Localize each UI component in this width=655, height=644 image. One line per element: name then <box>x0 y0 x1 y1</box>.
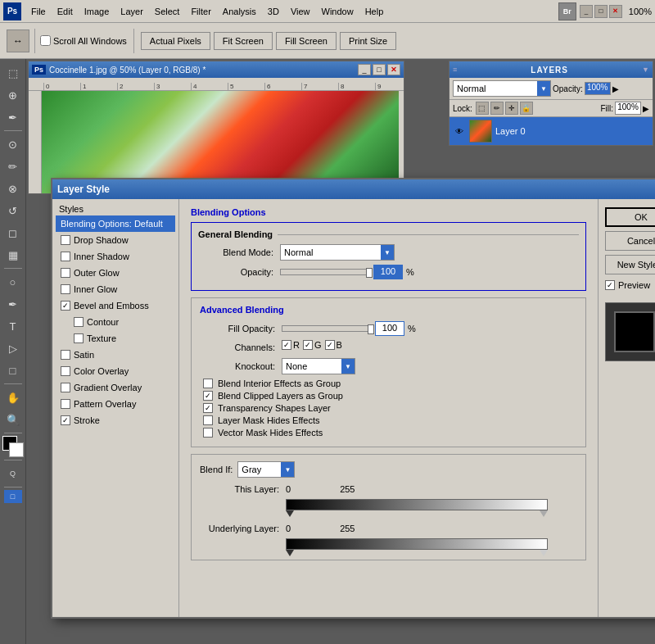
pen-tool[interactable]: ✒ <box>2 293 24 315</box>
lock-transparent[interactable]: ⬚ <box>476 102 489 115</box>
outer-glow-item[interactable]: Outer Glow <box>56 265 175 281</box>
opacity-slider-thumb[interactable] <box>366 268 373 278</box>
eyedropper-tool[interactable]: ✒ <box>2 107 24 128</box>
preview-checkbox-row[interactable]: Preview <box>605 279 655 292</box>
this-layer-left-arrow[interactable] <box>286 510 294 517</box>
channel-g[interactable]: G <box>303 340 322 350</box>
menu-window[interactable]: Window <box>317 5 359 18</box>
blending-options-item[interactable]: Blending Options: Default <box>56 215 175 232</box>
underlying-gradient-bar[interactable] <box>286 538 548 550</box>
channel-g-checkbox[interactable] <box>303 340 313 350</box>
menu-help[interactable]: Help <box>360 5 389 18</box>
texture-checkbox[interactable] <box>74 333 84 343</box>
color-overlay-checkbox[interactable] <box>61 366 70 376</box>
knockout-dropdown[interactable]: None ▼ <box>282 358 355 374</box>
inner-glow-item[interactable]: Inner Glow <box>56 281 175 297</box>
crop-tool[interactable]: ⊕ <box>2 84 24 106</box>
dodge-tool[interactable]: ○ <box>2 271 24 293</box>
bridge-icon[interactable]: Br <box>558 2 576 20</box>
satin-checkbox[interactable] <box>61 350 70 360</box>
menu-layer[interactable]: Layer <box>115 5 148 18</box>
cancel-button[interactable]: Cancel <box>605 231 655 251</box>
window-minimize[interactable]: _ <box>580 5 593 18</box>
eraser-tool[interactable]: ◻ <box>2 222 24 243</box>
lock-image[interactable]: ✏ <box>490 102 504 115</box>
fill-opacity-thumb[interactable] <box>368 324 374 334</box>
blend-mode-dropdown[interactable]: Normal ▼ <box>280 244 395 261</box>
blend-if-dropdown[interactable]: Gray ▼ <box>237 461 295 478</box>
channel-b[interactable]: B <box>325 340 342 350</box>
underlying-right-arrow[interactable] <box>540 550 548 556</box>
menu-analysis[interactable]: Analysis <box>218 5 261 18</box>
hand-tool[interactable]: ✋ <box>2 387 24 408</box>
gradient-overlay-checkbox[interactable] <box>61 383 70 392</box>
blend-mode-select[interactable]: Normal ▼ <box>453 80 551 97</box>
color-picker[interactable] <box>2 436 24 457</box>
transparency-checkbox[interactable] <box>203 403 213 413</box>
healing-tool[interactable]: ⊙ <box>2 134 24 155</box>
inner-glow-checkbox[interactable] <box>61 284 70 294</box>
stroke-item[interactable]: Stroke <box>56 412 175 429</box>
contour-item[interactable]: Contour <box>56 314 175 330</box>
type-tool[interactable]: T <box>2 315 24 337</box>
zoom-tool[interactable]: 🔍 <box>2 409 24 430</box>
clone-tool[interactable]: ⊗ <box>2 178 24 199</box>
layer-row[interactable]: 👁 Layer 0 <box>449 117 653 145</box>
outer-glow-checkbox[interactable] <box>61 268 70 278</box>
fill-opacity-track[interactable] <box>282 325 372 332</box>
bevel-emboss-item[interactable]: Bevel and Emboss <box>56 297 175 314</box>
actual-pixels-button[interactable]: Actual Pixels <box>141 32 210 50</box>
history-brush[interactable]: ↺ <box>2 200 24 221</box>
doc-close[interactable]: ✕ <box>387 64 400 75</box>
window-close[interactable]: ✕ <box>609 5 622 18</box>
bevel-emboss-checkbox[interactable] <box>61 301 70 311</box>
ok-button[interactable]: OK <box>605 207 655 227</box>
blend-interior-checkbox[interactable] <box>203 379 213 388</box>
menu-view[interactable]: View <box>286 5 315 18</box>
doc-maximize[interactable]: □ <box>373 64 386 75</box>
color-overlay-item[interactable]: Color Overlay <box>56 363 175 379</box>
drop-shadow-checkbox[interactable] <box>61 235 70 245</box>
pattern-overlay-checkbox[interactable] <box>61 399 70 409</box>
new-style-button[interactable]: New Style... <box>605 255 655 274</box>
shape-tool[interactable]: □ <box>2 360 24 381</box>
opacity-value-box[interactable]: 100 <box>373 265 403 279</box>
vector-mask-checkbox[interactable] <box>203 428 213 438</box>
background-color[interactable] <box>9 442 24 457</box>
menu-3d[interactable]: 3D <box>263 5 284 18</box>
selection-tool[interactable]: ⬚ <box>2 62 24 84</box>
lock-position[interactable]: ✛ <box>505 102 518 115</box>
blend-clipped-checkbox[interactable] <box>203 391 213 401</box>
fill-opacity-value[interactable]: 100 <box>375 321 404 336</box>
menu-image[interactable]: Image <box>79 5 115 18</box>
fill-screen-button[interactable]: Fill Screen <box>276 32 337 50</box>
layer-visibility[interactable]: 👁 <box>453 125 466 138</box>
lock-all[interactable]: 🔒 <box>520 102 533 115</box>
inner-shadow-checkbox[interactable] <box>61 252 70 261</box>
contour-checkbox[interactable] <box>74 317 84 327</box>
fill-input[interactable]: 100% <box>615 102 641 115</box>
underlying-left-arrow[interactable] <box>286 550 294 556</box>
move-tool[interactable]: ↔ <box>7 29 29 52</box>
print-size-button[interactable]: Print Size <box>340 32 396 50</box>
scroll-all-windows-checkbox[interactable] <box>40 35 51 46</box>
menu-filter[interactable]: Filter <box>186 5 215 18</box>
scroll-all-windows-label[interactable]: Scroll All Windows <box>40 35 127 46</box>
channel-r-checkbox[interactable] <box>282 340 291 350</box>
window-maximize[interactable]: □ <box>594 5 608 18</box>
doc-minimize[interactable]: _ <box>358 64 371 75</box>
gradient-overlay-item[interactable]: Gradient Overlay <box>56 379 175 396</box>
channel-r[interactable]: R <box>282 340 300 350</box>
inner-shadow-item[interactable]: Inner Shadow <box>56 248 175 265</box>
pattern-overlay-item[interactable]: Pattern Overlay <box>56 396 175 412</box>
opacity-input[interactable]: 100% <box>585 82 611 95</box>
screen-mode[interactable]: □ <box>4 490 22 503</box>
menu-edit[interactable]: Edit <box>52 5 78 18</box>
this-layer-right-arrow[interactable] <box>540 510 548 517</box>
path-tool[interactable]: ▷ <box>2 338 24 359</box>
panel-collapse[interactable]: ▼ <box>642 66 649 74</box>
drop-shadow-item[interactable]: Drop Shadow <box>56 232 175 248</box>
menu-select[interactable]: Select <box>150 5 185 18</box>
menu-file[interactable]: File <box>26 5 51 18</box>
channel-b-checkbox[interactable] <box>325 340 335 350</box>
